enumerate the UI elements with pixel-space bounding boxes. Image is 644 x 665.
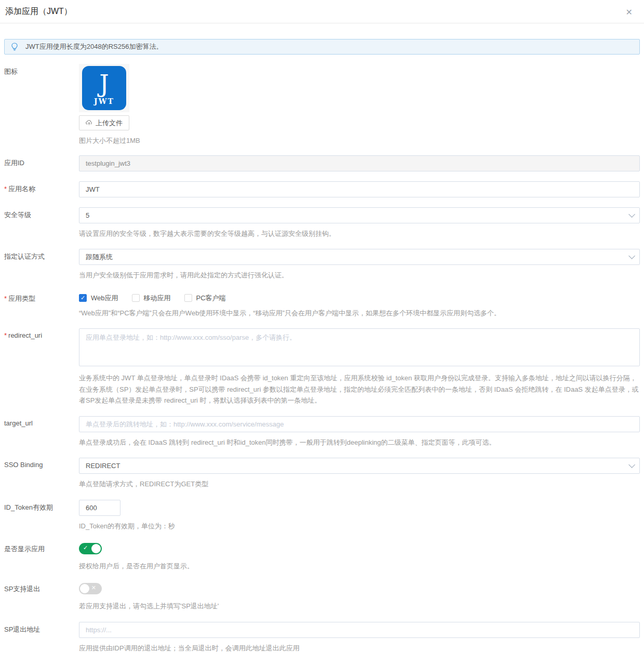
redirect-uri-textarea[interactable] <box>79 328 640 366</box>
form-row-app-name: *应用名称 <box>4 181 640 197</box>
chevron-down-icon <box>628 461 635 468</box>
toggle-knob <box>91 544 101 553</box>
form-row-sp-logout-url: SP退出地址 应用提供由IDP调用的退出地址；当全局退出时，会调用此地址退出此应… <box>4 622 640 654</box>
chevron-down-icon <box>628 252 635 259</box>
app-id-input <box>79 155 640 171</box>
auth-method-value: 跟随系统 <box>86 252 113 262</box>
id-token-ttl-hint: ID_Token的有效期，单位为：秒 <box>79 521 640 531</box>
checkbox-web-app[interactable]: ✓ Web应用 <box>79 294 118 303</box>
required-mark: * <box>4 185 7 193</box>
form-row-target-url: target_url 单点登录成功后，会在 IDaaS 跳转到 redirect… <box>4 416 640 448</box>
sp-logout-toggle[interactable]: ✕ <box>79 583 102 594</box>
upload-icon <box>86 119 92 126</box>
app-id-label: 应用ID <box>4 155 79 171</box>
checkbox-pc-client[interactable]: PC客户端 <box>184 294 226 303</box>
sp-logout-hint: 若应用支持退出，请勾选上并填写'SP退出地址' <box>79 601 640 611</box>
form-row-id-token-ttl: ID_Token有效期 ID_Token的有效期，单位为：秒 <box>4 500 640 531</box>
form-row-auth-method: 指定认证方式 跟随系统 当用户安全级别低于应用需求时，请用此处指定的方式进行强化… <box>4 249 640 281</box>
target-url-input[interactable] <box>79 416 640 432</box>
form-row-sso-binding: SSO Binding REDIRECT 单点登陆请求方式，REDIRECT为G… <box>4 458 640 489</box>
toggle-check-icon: ✓ <box>83 544 88 551</box>
toggle-knob <box>80 584 89 593</box>
security-level-value: 5 <box>86 211 89 219</box>
form-row-app-type: *应用类型 ✓ Web应用 移动应用 PC客户端 “W <box>4 291 640 318</box>
sp-logout-url-label: SP退出地址 <box>4 622 79 654</box>
security-level-select[interactable]: 5 <box>79 207 640 223</box>
sso-binding-label: SSO Binding <box>4 458 79 489</box>
security-level-hint: 请设置应用的安全等级，数字越大表示需要的安全等级越高，与认证源安全级别挂钩。 <box>79 228 640 239</box>
form-row-security-level: 安全等级 5 请设置应用的安全等级，数字越大表示需要的安全等级越高，与认证源安全… <box>4 207 640 239</box>
info-banner: JWT应用使用长度为2048的RS256加密算法。 <box>4 39 640 55</box>
redirect-uri-hint: 业务系统中的 JWT 单点登录地址，单点登录时 IDaaS 会携带 id_tok… <box>79 373 640 406</box>
id-token-ttl-input[interactable] <box>79 500 120 516</box>
icon-size-hint: 图片大小不超过1MB <box>79 136 640 145</box>
app-name-input[interactable] <box>79 181 640 197</box>
target-url-label: target_url <box>4 416 79 448</box>
checkbox-unchecked-icon <box>132 294 140 302</box>
sp-logout-url-input[interactable] <box>79 622 640 638</box>
lightbulb-icon <box>11 43 18 51</box>
upload-file-label: 上传文件 <box>96 118 123 128</box>
form-row-show-app: 是否显示应用 ✓ 授权给用户后，是否在用户首页显示。 <box>4 541 640 571</box>
form-row-sp-logout: SP支持退出 ✕ 若应用支持退出，请勾选上并填写'SP退出地址' <box>4 581 640 611</box>
close-icon[interactable]: ✕ <box>623 6 636 19</box>
auth-method-label: 指定认证方式 <box>4 249 79 281</box>
app-name-label: 应用名称 <box>8 185 35 193</box>
security-level-label: 安全等级 <box>4 207 79 239</box>
form-row-icon: 图标 J JWT 上传文件 <box>4 64 640 145</box>
checkbox-unchecked-icon <box>184 294 192 302</box>
app-type-checkbox-group: ✓ Web应用 移动应用 PC客户端 <box>79 291 640 303</box>
upload-file-button[interactable]: 上传文件 <box>79 115 129 130</box>
show-app-label: 是否显示应用 <box>4 541 79 571</box>
required-mark: * <box>4 331 7 339</box>
auth-method-hint: 当用户安全级别低于应用需求时，请用此处指定的方式进行强化认证。 <box>79 270 640 281</box>
sso-binding-hint: 单点登陆请求方式，REDIRECT为GET类型 <box>79 478 640 489</box>
page-title: 添加应用（JWT） <box>5 6 72 17</box>
id-token-ttl-label: ID_Token有效期 <box>4 500 79 531</box>
show-app-toggle[interactable]: ✓ <box>79 543 102 554</box>
sso-binding-select[interactable]: REDIRECT <box>79 458 640 474</box>
form-row-redirect-uri: *redirect_uri 业务系统中的 JWT 单点登录地址，单点登录时 ID… <box>4 328 640 406</box>
required-mark: * <box>4 295 7 302</box>
sso-binding-value: REDIRECT <box>86 462 120 470</box>
app-type-hint: “Web应用”和“PC客户端”只会在用户Web使用环境中显示，“移动应用”只会在… <box>79 308 640 318</box>
chevron-down-icon <box>628 211 635 218</box>
app-icon-preview: J JWT <box>79 64 129 112</box>
form-row-app-id: 应用ID <box>4 155 640 171</box>
dialog-body: JWT应用使用长度为2048的RS256加密算法。 图标 J JWT <box>0 39 644 665</box>
redirect-uri-label: redirect_uri <box>8 331 42 339</box>
banner-text: JWT应用使用长度为2048的RS256加密算法。 <box>25 42 163 51</box>
auth-method-select[interactable]: 跟随系统 <box>79 249 640 265</box>
toggle-cross-icon: ✕ <box>91 584 96 591</box>
checkbox-mobile-app[interactable]: 移动应用 <box>132 294 171 303</box>
dialog-header: 添加应用（JWT） ✕ <box>0 0 644 23</box>
checkbox-checked-icon: ✓ <box>79 294 87 302</box>
sp-logout-label: SP支持退出 <box>4 581 79 611</box>
jwt-logo: J JWT <box>82 66 126 110</box>
sp-logout-url-hint: 应用提供由IDP调用的退出地址；当全局退出时，会调用此地址退出此应用 <box>79 643 640 654</box>
target-url-hint: 单点登录成功后，会在 IDaaS 跳转到 redirect_uri 时和id_t… <box>79 437 640 448</box>
add-app-form: 图标 J JWT 上传文件 <box>4 64 640 665</box>
icon-label: 图标 <box>4 64 79 145</box>
show-app-hint: 授权给用户后，是否在用户首页显示。 <box>79 561 640 571</box>
app-type-label: 应用类型 <box>8 295 35 302</box>
